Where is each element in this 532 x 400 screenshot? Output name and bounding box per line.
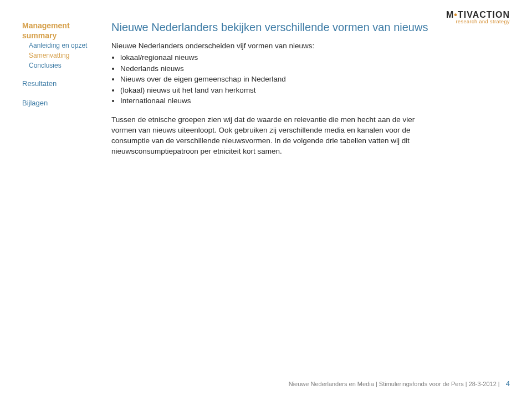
sidebar-heading-mgmt[interactable]: Management summary <box>22 21 108 40</box>
dot-icon: • <box>454 10 458 19</box>
list-item: lokaal/regionaal nieuws <box>120 52 432 63</box>
sidebar-nav: Management summary Aanleiding en opzet S… <box>22 16 108 156</box>
footer: Nieuwe Nederlanders en Media | Stimuleri… <box>289 379 510 388</box>
brand-logo: M•TIVACTION research and strategy <box>446 10 510 24</box>
list-item: Nederlands nieuws <box>120 63 432 74</box>
content-row: Management summary Aanleiding en opzet S… <box>22 16 510 156</box>
list-item: Internationaal nieuws <box>120 95 432 107</box>
sidebar-item-samenvatting[interactable]: Samenvatting <box>29 50 108 60</box>
footer-date: | 28-3-2012 | <box>466 381 500 387</box>
bullet-list: lokaal/regionaal nieuws Nederlands nieuw… <box>120 52 432 107</box>
logo-text-rest: TIVACTION <box>458 10 510 19</box>
sidebar-item-resultaten[interactable]: Resultaten <box>22 78 108 90</box>
logo-text-m: M <box>446 10 454 19</box>
main-content: Nieuwe Nederlanders bekijken verschillen… <box>108 16 510 156</box>
list-item: Nieuws over de eigen gemeenschap in Nede… <box>120 74 432 85</box>
sidebar-item-conclusies[interactable]: Conclusies <box>29 60 108 70</box>
sidebar-item-bijlagen[interactable]: Bijlagen <box>22 98 108 109</box>
intro-subtitle: Nieuwe Nederlanders onderscheiden vijf v… <box>111 42 432 50</box>
logo-tagline: research and strategy <box>446 19 510 24</box>
list-item: (lokaal) nieuws uit het land van herkoms… <box>120 85 432 96</box>
sidebar-item-aanleiding[interactable]: Aanleiding en opzet <box>29 40 108 50</box>
body-paragraph: Tussen de etnische groepen zien wij dat … <box>111 114 432 157</box>
footer-page-number: 4 <box>506 379 510 388</box>
footer-source: Stimuleringsfonds voor de Pers <box>379 381 464 387</box>
sidebar-heading-line2: summary <box>22 31 108 41</box>
page-title: Nieuwe Nederlanders bekijken verschillen… <box>111 21 432 34</box>
sidebar-section-mgmt: Management summary Aanleiding en opzet S… <box>22 21 108 70</box>
slide-page: M•TIVACTION research and strategy Manage… <box>0 0 532 400</box>
footer-doc-title: Nieuwe Nederlanders en Media | <box>289 381 377 387</box>
sidebar-heading-line1: Management <box>22 21 108 31</box>
